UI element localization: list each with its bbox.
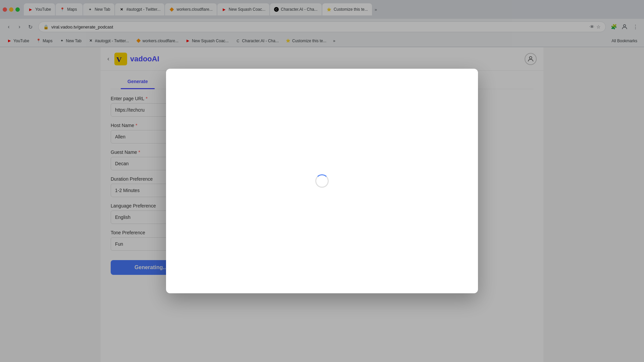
form-container: Enter page URL * Host Name * Guest Name <box>111 89 533 282</box>
page-wrapper: ‹ V vadooAI <box>0 47 644 362</box>
page-inner: ‹ V vadooAI <box>101 47 543 362</box>
loading-spinner <box>315 174 329 188</box>
app-content: Generate Enter page URL * Host Name * <box>101 71 543 282</box>
modal-overlay <box>0 0 644 362</box>
loading-modal <box>166 69 478 293</box>
